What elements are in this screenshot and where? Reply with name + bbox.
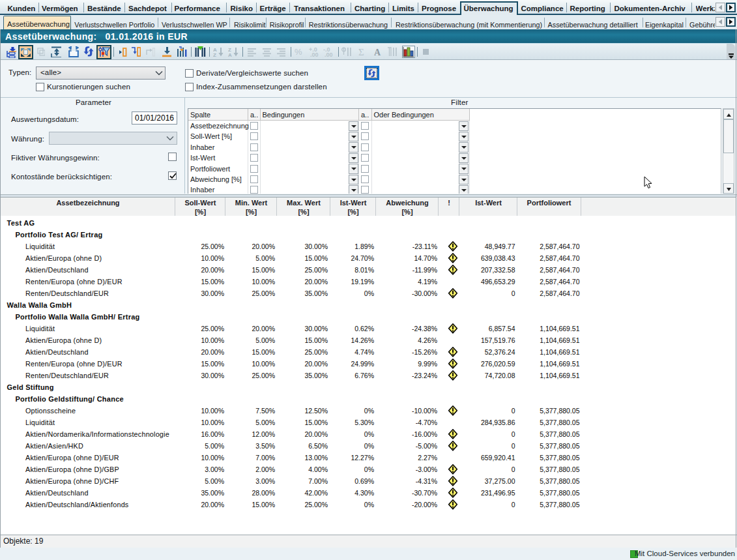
svg-text:A: A <box>228 52 232 57</box>
svg-text:Z: Z <box>213 52 216 57</box>
svg-text:%: % <box>295 47 302 57</box>
svg-text:A: A <box>374 48 381 57</box>
svg-text:Σ: Σ <box>358 47 364 57</box>
svg-text:.00: .00 <box>310 52 319 57</box>
svg-text:.00: .00 <box>325 52 333 57</box>
